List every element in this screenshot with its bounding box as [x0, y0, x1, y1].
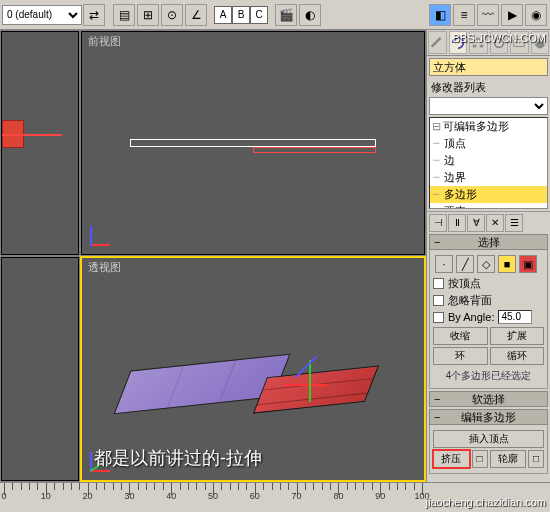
ignore-backface-label: 忽略背面	[448, 293, 492, 308]
rollout-header[interactable]: 软选择	[429, 391, 548, 407]
mesh-object	[116, 351, 383, 426]
stack-item-element[interactable]: 要素	[430, 203, 547, 209]
shrink-button[interactable]: 收缩	[433, 327, 488, 345]
ignore-backface-checkbox[interactable]	[433, 295, 444, 306]
modifier-list-dropdown[interactable]	[429, 97, 548, 115]
tool-mirror-icon[interactable]: ⇄	[83, 4, 105, 26]
modifier-list-label: 修改器列表	[427, 78, 550, 97]
object-name-field[interactable]: 立方体	[429, 58, 548, 76]
outline-settings-button[interactable]: □	[528, 450, 544, 468]
by-angle-checkbox[interactable]	[433, 312, 444, 323]
modifier-stack[interactable]: 可编辑多边形 顶点 边 边界 多边形 要素	[429, 117, 548, 209]
rollout-header[interactable]: 编辑多边形	[429, 409, 548, 425]
wireframe-box	[130, 139, 376, 147]
axis-constraint-group: A B C	[214, 6, 268, 24]
by-angle-label: By Angle:	[448, 311, 494, 323]
edge-line	[2, 134, 62, 136]
make-unique-icon[interactable]: ∀	[467, 214, 485, 232]
stack-item-vertex[interactable]: 顶点	[430, 135, 547, 152]
quick-render-icon[interactable]: ◉	[525, 4, 547, 26]
command-panel: 立方体 修改器列表 可编辑多边形 顶点 边 边界 多边形 要素 ⊣ Ⅱ ∀ ✕ …	[426, 30, 550, 482]
axis-a-button[interactable]: A	[214, 6, 232, 24]
watermark-bottom: jiaocheng.chazidian.com	[426, 496, 546, 508]
stack-toolbar: ⊣ Ⅱ ∀ ✕ ☰	[427, 211, 550, 233]
rollout-selection: 选择 · ╱ ◇ ■ ▣ 按顶点 忽略背面 By Angle:45.0 收缩 扩…	[429, 234, 548, 389]
schematic-view-icon[interactable]: ◧	[429, 4, 451, 26]
subobj-vertex-icon[interactable]: ·	[435, 255, 453, 273]
render-setup-icon[interactable]: 🎬	[275, 4, 297, 26]
by-vertex-checkbox[interactable]	[433, 278, 444, 289]
subobj-edge-icon[interactable]: ╱	[456, 255, 474, 273]
material-editor-icon[interactable]: ◐	[299, 4, 321, 26]
tool-array-icon[interactable]: ⊞	[137, 4, 159, 26]
remove-modifier-icon[interactable]: ✕	[486, 214, 504, 232]
show-end-result-icon[interactable]: Ⅱ	[448, 214, 466, 232]
extrude-button[interactable]: 挤压	[433, 450, 470, 468]
extrude-settings-button[interactable]: □	[472, 450, 488, 468]
svg-rect-1	[473, 44, 477, 47]
rollout-soft-selection: 软选择	[429, 391, 548, 407]
layer-manager-icon[interactable]: ≡	[453, 4, 475, 26]
subobj-border-icon[interactable]: ◇	[477, 255, 495, 273]
viewport-front[interactable]: 前视图	[81, 31, 425, 255]
viewport-perspective[interactable]: 透视图 都是以前讲过的-拉伸	[81, 257, 425, 481]
stack-item-border[interactable]: 边界	[430, 169, 547, 186]
pin-stack-icon[interactable]: ⊣	[429, 214, 447, 232]
expand-button[interactable]: 扩展	[490, 327, 545, 345]
tab-create[interactable]	[428, 31, 447, 54]
selection-set-dropdown[interactable]: 0 (default)	[2, 5, 82, 25]
stack-item-polygon[interactable]: 多边形	[430, 186, 547, 203]
watermark-top: BBS.JCWCN.COM	[453, 32, 547, 44]
transform-gizmo[interactable]	[285, 360, 335, 410]
subobj-polygon-icon[interactable]: ■	[498, 255, 516, 273]
by-vertex-label: 按顶点	[448, 276, 481, 291]
svg-rect-2	[480, 44, 484, 47]
viewport-bottom-left[interactable]	[1, 257, 79, 481]
subobj-element-icon[interactable]: ▣	[519, 255, 537, 273]
axis-c-button[interactable]: C	[250, 6, 268, 24]
annotation-text: 都是以前讲过的-拉伸	[94, 446, 262, 470]
rollout-header[interactable]: 选择	[429, 234, 548, 250]
ring-button[interactable]: 环	[433, 347, 488, 365]
axis-tripod	[90, 216, 120, 246]
curve-editor-icon[interactable]: 〰	[477, 4, 499, 26]
viewport-area: 前视图 透视图 都是以前讲过的-拉伸	[0, 30, 426, 482]
main-toolbar: 0 (default) ⇄ ▤ ⊞ ⊙ ∠ A B C 🎬 ◐ ◧ ≡ 〰 ▶ …	[0, 0, 550, 30]
tool-align-icon[interactable]: ▤	[113, 4, 135, 26]
angle-spinner[interactable]: 45.0	[498, 310, 532, 324]
viewport-label: 透视图	[88, 260, 121, 275]
outline-button[interactable]: 轮廓	[490, 450, 527, 468]
configure-sets-icon[interactable]: ☰	[505, 214, 523, 232]
wireframe-selection	[253, 147, 376, 153]
tool-angle-snap-icon[interactable]: ∠	[185, 4, 207, 26]
tool-snap-icon[interactable]: ⊙	[161, 4, 183, 26]
stack-root[interactable]: 可编辑多边形	[430, 118, 547, 135]
insert-vertex-button[interactable]: 插入顶点	[433, 430, 544, 448]
loop-button[interactable]: 循环	[490, 347, 545, 365]
viewport-top-left[interactable]	[1, 31, 79, 255]
subobject-icons: · ╱ ◇ ■ ▣	[433, 253, 544, 275]
axis-b-button[interactable]: B	[232, 6, 250, 24]
stack-item-edge[interactable]: 边	[430, 152, 547, 169]
render-icon[interactable]: ▶	[501, 4, 523, 26]
viewport-label: 前视图	[88, 34, 121, 49]
rollout-edit-polygons: 编辑多边形 插入顶点 挤压 □ 轮廓 □	[429, 409, 548, 474]
selection-status: 4个多边形已经选定	[433, 367, 544, 385]
